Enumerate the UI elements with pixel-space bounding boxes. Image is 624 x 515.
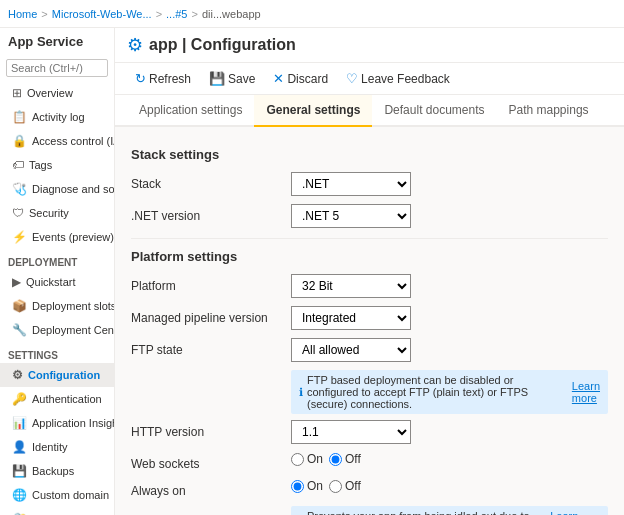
net-version-label: .NET version (131, 204, 291, 223)
feedback-icon: ♡ (346, 71, 358, 86)
toolbar: ↻ Refresh 💾 Save ✕ Discard ♡ Leave Feedb… (115, 63, 624, 95)
sidebar: App Service ⊞ Overview 📋 Activity log 🔒 … (0, 28, 115, 515)
http-version-row: HTTP version 1.1 (131, 420, 608, 444)
tab-application-settings[interactable]: Application settings (127, 95, 254, 127)
tags-icon: 🏷 (12, 158, 24, 172)
breadcrumb: Home > Microsoft-Web-We... > ...#5 > dii… (0, 0, 624, 28)
breadcrumb-sub[interactable]: ...#5 (166, 8, 187, 20)
managed-pipeline-control: Integrated (291, 306, 608, 330)
sidebar-search-input[interactable] (6, 59, 108, 77)
page-icon: ⚙ (127, 34, 143, 56)
sidebar-item-deployment-slots[interactable]: 📦 Deployment slots (0, 294, 114, 318)
stack-row: Stack .NET (131, 172, 608, 196)
ftp-info-bar: ℹ FTP based deployment can be disabled o… (291, 370, 608, 414)
tab-path-mappings[interactable]: Path mappings (497, 95, 601, 127)
sidebar-item-security[interactable]: 🛡 Security (0, 201, 114, 225)
overview-icon: ⊞ (12, 86, 22, 100)
sidebar-item-activity-log[interactable]: 📋 Activity log (0, 105, 114, 129)
platform-control: 32 Bit (291, 274, 608, 298)
net-version-control: .NET 5 (291, 204, 608, 228)
settings-section-label: Settings (0, 342, 114, 363)
web-sockets-control: On Off (291, 452, 608, 466)
sidebar-item-identity[interactable]: 👤 Identity (0, 435, 114, 459)
always-on-on-option[interactable]: On (291, 479, 323, 493)
always-on-learn-more-link[interactable]: Learn more (550, 510, 600, 515)
always-on-on-radio[interactable] (291, 480, 304, 493)
stack-control: .NET (291, 172, 608, 196)
tabs: Application settings General settings De… (115, 95, 624, 127)
sidebar-item-diagnose[interactable]: 🩺 Diagnose and solve problems (0, 177, 114, 201)
web-sockets-off-radio[interactable] (329, 453, 342, 466)
web-sockets-row: Web sockets On Off (131, 452, 608, 471)
web-sockets-on-option[interactable]: On (291, 452, 323, 466)
info-icon: ℹ (299, 386, 303, 399)
sidebar-item-access-control[interactable]: 🔒 Access control (IAM) (0, 129, 114, 153)
platform-select[interactable]: 32 Bit (291, 274, 411, 298)
sidebar-title: App Service (0, 28, 114, 55)
diagnose-icon: 🩺 (12, 182, 27, 196)
save-icon: 💾 (209, 71, 225, 86)
http-version-control: 1.1 (291, 420, 608, 444)
always-on-control: On Off (291, 479, 608, 493)
ftp-state-control: All allowed (291, 338, 608, 362)
stack-label: Stack (131, 172, 291, 191)
ftp-learn-more-link[interactable]: Learn more (572, 380, 600, 404)
sidebar-item-configuration[interactable]: ⚙ Configuration (0, 363, 114, 387)
content-area: ⚙ app | Configuration ↻ Refresh 💾 Save ✕… (115, 28, 624, 515)
always-on-info-bar: ℹ Prevents your app from being idled out… (291, 506, 608, 515)
breadcrumb-current: dii...webapp (202, 8, 261, 20)
stack-select[interactable]: .NET (291, 172, 411, 196)
discard-icon: ✕ (273, 71, 284, 86)
page-header: ⚙ app | Configuration (115, 28, 624, 63)
sidebar-item-overview[interactable]: ⊞ Overview (0, 81, 114, 105)
ftp-state-row: FTP state All allowed (131, 338, 608, 362)
sidebar-item-custom-domain[interactable]: 🌐 Custom domain (0, 483, 114, 507)
web-sockets-on-radio[interactable] (291, 453, 304, 466)
breadcrumb-web[interactable]: Microsoft-Web-We... (52, 8, 152, 20)
always-on-row: Always on On Off (131, 479, 608, 498)
managed-pipeline-label: Managed pipeline version (131, 306, 291, 325)
activity-icon: 📋 (12, 110, 27, 124)
always-on-off-option[interactable]: Off (329, 479, 361, 493)
refresh-button[interactable]: ↻ Refresh (127, 67, 199, 90)
http-version-select[interactable]: 1.1 (291, 420, 411, 444)
sidebar-item-authentication[interactable]: 🔑 Authentication (0, 387, 114, 411)
always-on-off-radio[interactable] (329, 480, 342, 493)
events-icon: ⚡ (12, 230, 27, 244)
divider-1 (131, 238, 608, 239)
web-sockets-off-option[interactable]: Off (329, 452, 361, 466)
tab-default-documents[interactable]: Default documents (372, 95, 496, 127)
sidebar-item-deployment-center[interactable]: 🔧 Deployment Center (0, 318, 114, 342)
sidebar-item-app-insights[interactable]: 📊 Application Insights (0, 411, 114, 435)
deployment-section-label: Deployment (0, 249, 114, 270)
web-sockets-label: Web sockets (131, 452, 291, 471)
always-on-label: Always on (131, 479, 291, 498)
sidebar-search-container (0, 55, 114, 81)
platform-label: Platform (131, 274, 291, 293)
sidebar-item-events[interactable]: ⚡ Events (preview) (0, 225, 114, 249)
managed-pipeline-select[interactable]: Integrated (291, 306, 411, 330)
net-version-row: .NET version .NET 5 (131, 204, 608, 228)
net-version-select[interactable]: .NET 5 (291, 204, 411, 228)
ftp-state-select[interactable]: All allowed (291, 338, 411, 362)
platform-row: Platform 32 Bit (131, 274, 608, 298)
page-title: app | Configuration (149, 36, 296, 54)
ftp-state-label: FTP state (131, 338, 291, 357)
settings-content: Stack settings Stack .NET .NET version .… (115, 127, 624, 515)
stack-settings-title: Stack settings (131, 147, 608, 162)
refresh-icon: ↻ (135, 71, 146, 86)
http-version-label: HTTP version (131, 420, 291, 439)
sidebar-item-tls-ssl[interactable]: 🔐 TLS/SSL settings (0, 507, 114, 515)
platform-settings-title: Platform settings (131, 249, 608, 264)
iam-icon: 🔒 (12, 134, 27, 148)
tab-general-settings[interactable]: General settings (254, 95, 372, 127)
sidebar-item-tags[interactable]: 🏷 Tags (0, 153, 114, 177)
feedback-button[interactable]: ♡ Leave Feedback (338, 67, 458, 90)
breadcrumb-home[interactable]: Home (8, 8, 37, 20)
sidebar-item-backups[interactable]: 💾 Backups (0, 459, 114, 483)
save-button[interactable]: 💾 Save (201, 67, 263, 90)
sidebar-item-quickstart[interactable]: ▶ Quickstart (0, 270, 114, 294)
managed-pipeline-row: Managed pipeline version Integrated (131, 306, 608, 330)
security-icon: 🛡 (12, 206, 24, 220)
discard-button[interactable]: ✕ Discard (265, 67, 336, 90)
